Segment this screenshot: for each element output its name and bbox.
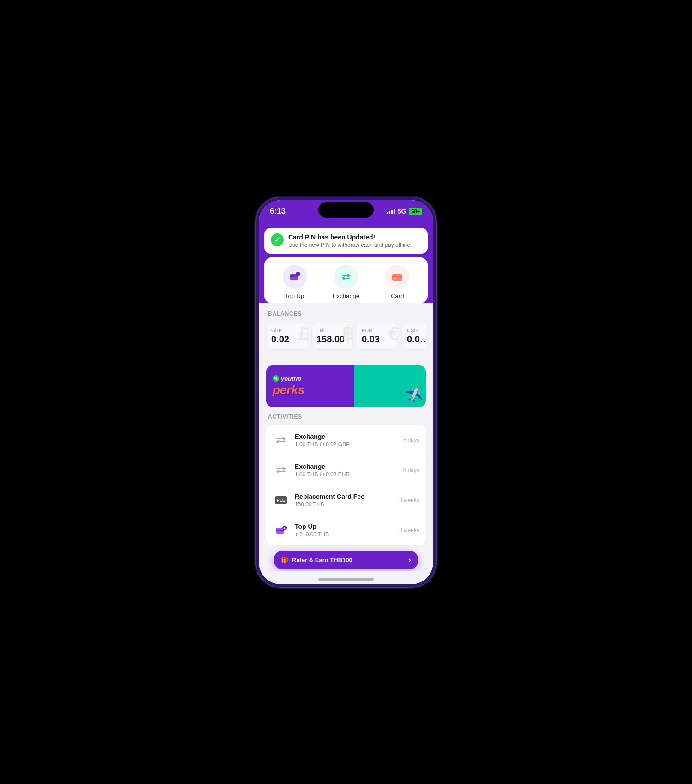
phone-frame: 6:13 5G 58+ ✓ Card PIN has bbox=[256, 197, 436, 587]
perks-left: % youtrip perks bbox=[266, 365, 354, 407]
activity-details-4: Top Up + 310.00 THB bbox=[295, 523, 394, 538]
notification-title: Card PIN has been Updated! bbox=[288, 233, 421, 241]
status-time: 6:13 bbox=[270, 207, 286, 216]
topup-icon: + bbox=[283, 265, 307, 289]
refer-gift-icon: 🎁 bbox=[281, 557, 288, 563]
activity-subtitle-3: 150.00 THB bbox=[295, 501, 394, 508]
quick-action-card[interactable]: Card bbox=[379, 265, 416, 299]
quick-actions: + Top Up Exchange bbox=[264, 257, 428, 303]
balance-gbp-symbol: £ bbox=[298, 324, 308, 343]
balance-usd-amount: 0.0… bbox=[407, 334, 426, 345]
activity-subtitle-1: 1.00 THB to 0.02 GBP bbox=[295, 441, 398, 448]
signal-bar-4 bbox=[394, 209, 395, 214]
balance-eur-symbol: € bbox=[389, 324, 398, 343]
fee-icon-wrap: FEE bbox=[273, 492, 289, 509]
topup-label: Top Up bbox=[285, 293, 304, 299]
balance-eur[interactable]: EUR 0.03 € bbox=[357, 323, 398, 350]
signal-bar-2 bbox=[389, 211, 390, 214]
balance-gbp[interactable]: GBP 0.02 £ bbox=[266, 323, 308, 350]
signal-bars-icon bbox=[387, 209, 395, 214]
balances-row[interactable]: GBP 0.02 £ THB 158.00 ฿ EUR 0.03 € bbox=[266, 323, 426, 352]
perks-title: perks bbox=[273, 383, 347, 397]
topup-icon-wrap: + bbox=[273, 522, 289, 539]
activities-label: ACTIVITIES bbox=[268, 413, 426, 420]
quick-action-exchange[interactable]: Exchange bbox=[328, 265, 364, 299]
svg-rect-6 bbox=[394, 278, 396, 279]
activity-title-3: Replacement Card Fee bbox=[295, 493, 394, 500]
activity-time-2: 5 days bbox=[403, 467, 419, 473]
perks-brand: % youtrip bbox=[273, 375, 347, 382]
svg-rect-8 bbox=[276, 530, 284, 531]
network-label: 5G bbox=[398, 208, 406, 215]
perks-percent-icon: % bbox=[273, 375, 279, 382]
refer-banner[interactable]: 🎁 Refer & Earn THB100 › bbox=[274, 551, 418, 569]
exchange-icon-wrap-1 bbox=[273, 432, 289, 449]
activity-time-4: 3 weeks bbox=[399, 527, 419, 533]
perks-youtrip-label: youtrip bbox=[281, 375, 301, 382]
home-bar bbox=[318, 578, 374, 581]
screen: 6:13 5G 58+ ✓ Card PIN has bbox=[259, 200, 433, 584]
notification-check-icon: ✓ bbox=[271, 233, 284, 246]
airplane-icon: ✈️ bbox=[404, 386, 424, 406]
activity-item-fee[interactable]: FEE Replacement Card Fee 150.00 THB 3 we… bbox=[266, 485, 426, 515]
svg-text:+: + bbox=[297, 273, 298, 276]
activity-title-1: Exchange bbox=[295, 433, 398, 440]
card-icon bbox=[385, 265, 409, 289]
activity-list: Exchange 1.00 THB to 0.02 GBP 5 days bbox=[266, 425, 426, 545]
activity-item-topup[interactable]: + Top Up + 310.00 THB 3 weeks bbox=[266, 515, 426, 545]
balance-thb[interactable]: THB 158.00 ฿ bbox=[311, 323, 353, 350]
balance-usd-currency: USD bbox=[407, 328, 426, 333]
scroll-content[interactable]: ✓ Card PIN has been Updated! Use the new… bbox=[259, 220, 433, 571]
balances-label: BALANCES bbox=[268, 311, 426, 317]
dynamic-island bbox=[318, 202, 374, 218]
activity-title-4: Top Up bbox=[295, 523, 394, 530]
signal-bar-1 bbox=[387, 212, 388, 214]
exchange-icon bbox=[334, 265, 358, 289]
refer-chevron-icon: › bbox=[408, 555, 411, 565]
activity-details-1: Exchange 1.00 THB to 0.02 GBP bbox=[295, 433, 398, 448]
activity-title-2: Exchange bbox=[295, 463, 398, 470]
status-icons: 5G 58+ bbox=[387, 208, 422, 215]
header-area: ✓ Card PIN has been Updated! Use the new… bbox=[259, 220, 433, 303]
signal-bar-3 bbox=[391, 210, 393, 214]
notification-body: Use the new PIN to withdraw cash and pay… bbox=[288, 242, 421, 248]
exchange-label: Exchange bbox=[333, 293, 359, 299]
activity-item-exchange-1[interactable]: Exchange 1.00 THB to 0.02 GBP 5 days bbox=[266, 425, 426, 455]
activity-details-2: Exchange 1.00 THB to 0.03 EUR bbox=[295, 463, 398, 478]
activity-time-1: 5 days bbox=[403, 437, 419, 443]
activity-subtitle-2: 1.00 THB to 0.03 EUR bbox=[295, 471, 398, 478]
balances-section: BALANCES GBP 0.02 £ THB 158.00 ฿ EUR 0.0 bbox=[259, 303, 433, 359]
notification-banner: ✓ Card PIN has been Updated! Use the new… bbox=[264, 228, 428, 254]
fee-badge-icon: FEE bbox=[275, 496, 287, 504]
svg-text:+: + bbox=[284, 527, 286, 530]
perks-right: ✈️ bbox=[354, 365, 426, 407]
activity-details-3: Replacement Card Fee 150.00 THB bbox=[295, 493, 394, 508]
svg-rect-5 bbox=[392, 276, 402, 277]
balance-usd[interactable]: USD 0.0… $ bbox=[402, 323, 426, 350]
activity-item-exchange-2[interactable]: Exchange 1.00 THB to 0.03 EUR 5 days bbox=[266, 455, 426, 485]
battery-badge: 58+ bbox=[409, 208, 422, 215]
activity-subtitle-4: + 310.00 THB bbox=[295, 531, 394, 538]
refer-label: Refer & Earn THB100 bbox=[292, 557, 352, 563]
perks-banner[interactable]: % youtrip perks ✈️ bbox=[266, 365, 426, 407]
exchange-icon-wrap-2 bbox=[273, 462, 289, 479]
notification-text: Card PIN has been Updated! Use the new P… bbox=[288, 233, 421, 248]
quick-action-topup[interactable]: + Top Up bbox=[276, 265, 313, 299]
balance-thb-symbol: ฿ bbox=[342, 324, 353, 343]
home-indicator bbox=[259, 571, 433, 584]
card-label: Card bbox=[391, 293, 404, 299]
activity-time-3: 3 weeks bbox=[399, 497, 419, 503]
activities-section: ACTIVITIES Exchange 1.00 THB to 0.02 GBP bbox=[266, 413, 426, 569]
